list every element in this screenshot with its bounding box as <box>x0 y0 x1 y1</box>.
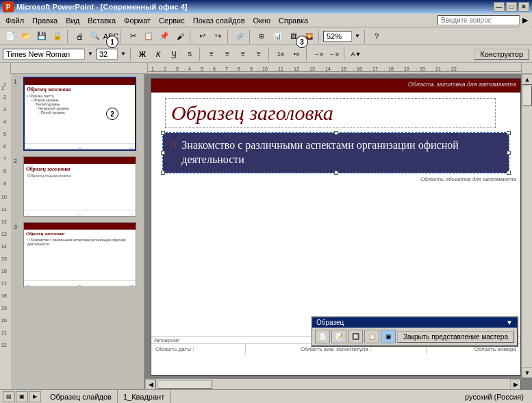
svg-text:1: 1 <box>3 82 6 87</box>
slide-item-1[interactable]: 1 Образец заголовка • Образец текста – В… <box>14 77 141 151</box>
resize-n[interactable] <box>334 131 338 135</box>
toolbox-btn-2[interactable]: 📝 <box>331 330 346 343</box>
resize-w[interactable] <box>161 151 165 155</box>
align-right[interactable]: ≡ <box>236 47 251 62</box>
horizontal-scrollbar[interactable]: ◀ ▶ <box>145 378 521 389</box>
close-button[interactable]: ✕ <box>518 2 529 12</box>
menu-view[interactable]: Вид <box>62 15 84 26</box>
toolbox-dropdown-arrow[interactable]: ▼ <box>506 319 513 326</box>
normal-view-button[interactable]: ▤ <box>3 391 15 402</box>
print-button[interactable]: 🖨 <box>72 29 87 44</box>
font-color-button[interactable]: A▼ <box>349 47 364 62</box>
slide-item-2[interactable]: 2 Образец заголовка Образец подзаголовка… <box>14 156 141 217</box>
zoom-dropdown[interactable]: ▼ <box>353 29 362 44</box>
resize-sw[interactable] <box>161 171 165 175</box>
undo-button[interactable]: ↩ <box>194 29 210 44</box>
resize-e[interactable] <box>507 151 511 155</box>
search-input[interactable] <box>438 15 520 25</box>
minimize-button[interactable]: — <box>494 2 505 12</box>
font-name-dropdown[interactable]: ▼ <box>86 47 95 62</box>
slide-info-status: Образец слайдов <box>45 390 118 403</box>
redo-button[interactable]: ↪ <box>210 29 225 44</box>
help-button[interactable]: ? <box>369 29 384 44</box>
separator-5 <box>249 29 252 43</box>
vertical-scrollbar[interactable]: ▲ ▼ <box>521 74 532 378</box>
increase-indent[interactable]: →≡ <box>311 47 326 62</box>
copy-button[interactable]: 📋 <box>141 29 156 44</box>
slide-item-3[interactable]: 3 Образец заголовка □ Знакомство с разли… <box>14 222 141 287</box>
underline-button[interactable]: Ч <box>166 47 181 62</box>
toolbox-btn-3[interactable]: 🔲 <box>348 330 363 343</box>
resize-se[interactable] <box>507 171 511 175</box>
close-master-button[interactable]: Закрыть представление мастера <box>397 331 514 343</box>
numbering-button[interactable]: 1≡ <box>273 47 288 62</box>
search-go-button[interactable]: ▶ <box>520 13 531 28</box>
font-name-display: Times New Roman <box>3 49 85 60</box>
toolbox-btn-4[interactable]: 📋 <box>364 330 379 343</box>
preview-button[interactable]: 🔍 <box>88 29 103 44</box>
slide-content-box[interactable]: □ Знакомство с различными аспектами орга… <box>162 132 509 173</box>
bold-button[interactable]: Ж <box>135 47 150 62</box>
slide-thumb-3[interactable]: Образец заголовка □ Знакомство с различн… <box>23 222 136 287</box>
slides-panel[interactable]: 1 Образец заголовка • Образец текста – В… <box>11 74 145 389</box>
bullets-button[interactable]: •≡ <box>289 47 304 62</box>
search-area: ▶ <box>438 13 531 28</box>
align-left[interactable]: ≡ <box>204 47 219 62</box>
scroll-right-button[interactable]: ▶ <box>510 379 521 390</box>
separator-fmt-4 <box>306 47 309 61</box>
scroll-down-button[interactable]: ▼ <box>522 367 532 378</box>
chart-button[interactable]: 📊 <box>270 29 285 44</box>
window-controls: — □ ✕ <box>494 2 529 12</box>
menu-help[interactable]: Справка <box>275 15 312 26</box>
designer-button[interactable]: Конструктор <box>474 49 529 60</box>
scroll-thumb-v[interactable] <box>522 86 532 106</box>
slide-title-box[interactable]: Образец заголовка <box>165 98 496 128</box>
menu-tools[interactable]: Сервис <box>155 15 189 26</box>
menu-insert[interactable]: Вставка <box>84 15 120 26</box>
scroll-track-h[interactable] <box>156 379 510 390</box>
table-button[interactable]: ⊞ <box>254 29 269 44</box>
maximize-button[interactable]: □ <box>506 2 517 12</box>
scroll-up-button[interactable]: ▲ <box>522 74 532 85</box>
slide-title-container[interactable]: Образец заголовка <box>151 93 520 131</box>
menu-edit[interactable]: Правка <box>28 15 62 26</box>
svg-text:8: 8 <box>3 169 6 173</box>
menu-window[interactable]: Окно <box>249 15 275 26</box>
scroll-left-button[interactable]: ◀ <box>145 379 156 390</box>
cut-button[interactable]: ✂ <box>125 29 140 44</box>
permission-button[interactable]: 🔒 <box>50 29 65 44</box>
toolbox-btn-1[interactable]: 📄 <box>315 330 330 343</box>
menu-format[interactable]: Формат <box>120 15 155 26</box>
align-center[interactable]: ≡ <box>220 47 235 62</box>
presentation-view-button[interactable]: ▶ <box>29 391 41 402</box>
scroll-thumb-h[interactable] <box>157 380 212 389</box>
menu-slideshow[interactable]: Показ слайдов <box>189 15 249 26</box>
slide-view-button[interactable]: ▣ <box>16 391 28 402</box>
hyperlink-button[interactable]: 🔗 <box>232 29 247 44</box>
paste-button[interactable]: 📌 <box>157 29 172 44</box>
svg-text:16: 16 <box>357 66 362 71</box>
menu-file[interactable]: Файл <box>1 15 28 26</box>
resize-s[interactable] <box>334 171 338 175</box>
slide-number-3: 3 <box>14 223 23 230</box>
shadow-button[interactable]: S <box>182 47 197 62</box>
separator-fmt-5 <box>344 47 346 61</box>
scroll-track-v[interactable] <box>522 85 532 367</box>
new-button[interactable]: 📄 <box>3 29 18 44</box>
justify[interactable]: ≡ <box>251 47 266 62</box>
svg-text:22: 22 <box>1 343 7 347</box>
format-painter[interactable]: 🖌 <box>173 29 188 44</box>
font-size-dropdown[interactable]: ▼ <box>118 47 128 62</box>
slide-thumb-2[interactable]: Образец заголовка Образец подзаголовка _… <box>23 156 136 217</box>
italic-button[interactable]: К <box>151 47 166 62</box>
resize-ne[interactable] <box>507 131 511 135</box>
toolbox-body: 📄 📝 🔲 📋 ▣ Закрыть представление мастера <box>312 328 517 345</box>
toolbox-btn-5-active[interactable]: ▣ <box>381 330 396 343</box>
open-button[interactable]: 📂 <box>18 29 34 44</box>
decrease-indent[interactable]: ←≡ <box>327 47 342 62</box>
slide-thumb-1[interactable]: Образец заголовка • Образец текста – Вто… <box>23 77 136 151</box>
save-button[interactable]: 💾 <box>34 29 49 44</box>
svg-text:17: 17 <box>1 281 7 286</box>
slide-content-container[interactable]: □ Знакомство с различными аспектами орга… <box>162 132 509 173</box>
resize-nw[interactable] <box>161 131 165 135</box>
